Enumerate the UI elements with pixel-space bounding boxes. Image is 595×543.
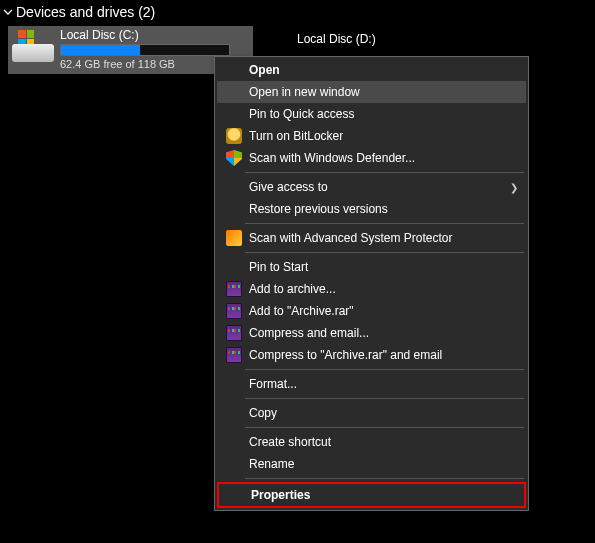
menu-open[interactable]: Open — [217, 59, 526, 81]
devices-section-header[interactable]: Devices and drives (2) — [0, 0, 595, 24]
menu-restore-versions[interactable]: Restore previous versions — [217, 198, 526, 220]
menu-asp-scan[interactable]: Scan with Advanced System Protector — [217, 227, 526, 249]
properties-highlight: Properties — [217, 482, 526, 508]
menu-separator — [245, 427, 524, 428]
menu-give-access[interactable]: Give access to ❯ — [217, 176, 526, 198]
drive-c-freespace: 62.4 GB free of 118 GB — [60, 58, 230, 71]
menu-add-archive[interactable]: Add to archive... — [217, 278, 526, 300]
menu-pin-start[interactable]: Pin to Start — [217, 256, 526, 278]
submenu-arrow-icon: ❯ — [510, 182, 518, 193]
drive-c-label: Local Disc (C:) — [60, 28, 230, 42]
menu-separator — [245, 398, 524, 399]
menu-copy[interactable]: Copy — [217, 402, 526, 424]
menu-open-new-window[interactable]: Open in new window — [217, 81, 526, 103]
section-title: Devices and drives (2) — [16, 4, 155, 20]
menu-compress-email[interactable]: Compress and email... — [217, 322, 526, 344]
bitlocker-icon — [226, 128, 242, 144]
defender-shield-icon — [226, 150, 242, 166]
menu-pin-quick-access[interactable]: Pin to Quick access — [217, 103, 526, 125]
menu-separator — [245, 252, 524, 253]
chevron-down-icon — [2, 6, 14, 18]
drive-d-label: Local Disc (D:) — [297, 32, 376, 46]
menu-properties[interactable]: Properties — [219, 484, 524, 506]
menu-create-shortcut[interactable]: Create shortcut — [217, 431, 526, 453]
menu-rename[interactable]: Rename — [217, 453, 526, 475]
drive-c-storage-bar — [60, 44, 230, 56]
menu-separator — [245, 478, 524, 479]
menu-compress-archive-email[interactable]: Compress to "Archive.rar" and email — [217, 344, 526, 366]
winrar-icon — [226, 281, 242, 297]
winrar-icon — [226, 347, 242, 363]
menu-bitlocker[interactable]: Turn on BitLocker — [217, 125, 526, 147]
winrar-icon — [226, 303, 242, 319]
menu-separator — [245, 223, 524, 224]
menu-separator — [245, 369, 524, 370]
menu-format[interactable]: Format... — [217, 373, 526, 395]
context-menu: Open Open in new window Pin to Quick acc… — [214, 56, 529, 511]
drive-icon — [12, 30, 54, 66]
menu-add-archive-rar[interactable]: Add to "Archive.rar" — [217, 300, 526, 322]
asp-icon — [226, 230, 242, 246]
menu-defender[interactable]: Scan with Windows Defender... — [217, 147, 526, 169]
menu-separator — [245, 172, 524, 173]
winrar-icon — [226, 325, 242, 341]
